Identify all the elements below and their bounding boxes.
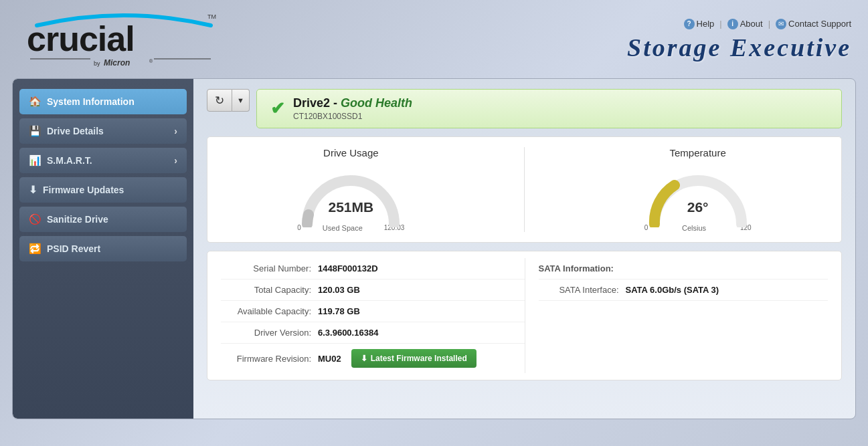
svg-text:Micron: Micron xyxy=(104,58,130,68)
sanitize-drive-label: Sanitize Drive xyxy=(47,214,108,225)
firmware-btn-label: Latest Firmware Installed xyxy=(371,354,467,363)
header-right: ? Help | i About | ✉ Contact Support Sto… xyxy=(627,19,851,62)
drive-usage-title: Drive Usage xyxy=(323,147,379,158)
gauge-divider xyxy=(524,147,525,232)
temperature-svg xyxy=(644,164,752,227)
svg-text:by: by xyxy=(94,60,100,67)
sidebar-item-psid-revert[interactable]: 🔁 PSID Revert xyxy=(19,236,187,261)
svg-text:crucial: crucial xyxy=(27,19,135,58)
firmware-download-icon: ⬇ xyxy=(361,354,367,363)
smart-label: S.M.A.R.T. xyxy=(47,155,92,166)
help-label: Help xyxy=(697,19,715,29)
drive-name: Drive2 - Good Health xyxy=(293,96,412,110)
temperature-title: Temperature xyxy=(670,147,726,158)
main-container: 🏠 System Information 💾 Drive Details › 📊… xyxy=(12,78,856,419)
svg-text:TM: TM xyxy=(207,13,216,20)
chart-icon: 📊 xyxy=(29,154,41,166)
contact-icon: ✉ xyxy=(776,19,786,29)
drive-dropdown-button[interactable]: ▼ xyxy=(232,89,250,112)
driver-version-label: Driver Version: xyxy=(221,328,318,338)
about-label: About xyxy=(740,19,763,29)
header: TM crucial by Micron ® ? Help | i About … xyxy=(0,0,868,78)
latest-firmware-button[interactable]: ⬇ Latest Firmware Installed xyxy=(351,349,476,368)
details-section: Serial Number: 1448F000132D Total Capaci… xyxy=(207,251,842,380)
drive-icon: 💾 xyxy=(29,125,41,137)
header-nav: ? Help | i About | ✉ Contact Support xyxy=(684,19,851,29)
serial-number-value: 1448F000132D xyxy=(318,263,378,273)
driver-version-value: 6.3.9600.16384 xyxy=(318,328,378,338)
help-circle-icon: ? xyxy=(684,19,695,29)
drive-usage-gauge: Drive Usage 251MB 0 Used Space 120. xyxy=(257,147,444,232)
nav-sep1: | xyxy=(719,19,721,29)
about-link[interactable]: i About xyxy=(727,19,763,29)
sidebar-item-firmware-updates[interactable]: ⬇ Firmware Updates xyxy=(19,177,187,203)
download-icon: ⬇ xyxy=(29,184,37,196)
psid-revert-label: PSID Revert xyxy=(47,243,100,254)
sanitize-icon: 🚫 xyxy=(29,213,41,225)
avail-capacity-row: Available Capacity: 119.78 GB xyxy=(221,301,525,322)
sidebar-item-drive-details[interactable]: 💾 Drive Details › xyxy=(19,118,187,144)
total-capacity-label: Total Capacity: xyxy=(221,285,318,295)
details-grid: Serial Number: 1448F000132D Total Capaci… xyxy=(221,258,828,373)
gauges-section: Drive Usage 251MB 0 Used Space 120. xyxy=(207,136,842,243)
refresh-button[interactable]: ↻ xyxy=(207,89,232,112)
sata-interface-label: SATA Interface: xyxy=(539,285,626,295)
drive-model: CT120BX100SSD1 xyxy=(293,112,412,121)
serial-number-row: Serial Number: 1448F000132D xyxy=(221,258,525,280)
about-info-icon: i xyxy=(727,19,738,29)
sata-interface-row: SATA Interface: SATA 6.0Gb/s (SATA 3) xyxy=(539,280,829,301)
serial-number-label: Serial Number: xyxy=(221,263,318,273)
firmware-updates-label: Firmware Updates xyxy=(43,185,124,195)
logo-area: TM crucial by Micron ® xyxy=(17,5,218,75)
home-icon: 🏠 xyxy=(29,96,41,108)
crucial-logo: TM crucial by Micron ® xyxy=(17,5,218,72)
system-information-label: System Information xyxy=(47,96,135,107)
temperature-gauge: Temperature 26° 0 Celsius 120 xyxy=(604,147,792,232)
details-right: SATA Information: SATA Interface: SATA 6… xyxy=(525,258,829,373)
avail-capacity-label: Available Capacity: xyxy=(221,306,318,316)
drive-usage-svg xyxy=(297,164,404,227)
total-capacity-value: 120.03 GB xyxy=(318,285,360,295)
help-link[interactable]: ? Help xyxy=(684,19,715,29)
firmware-revision-row: Firmware Revision: MU02 ⬇ Latest Firmwar… xyxy=(221,344,525,373)
sidebar: 🏠 System Information 💾 Drive Details › 📊… xyxy=(13,79,193,419)
nav-sep2: | xyxy=(768,19,770,29)
sidebar-item-sanitize-drive[interactable]: 🚫 Sanitize Drive xyxy=(19,207,187,232)
firmware-revision-value: MU02 xyxy=(318,354,341,364)
sata-interface-value: SATA 6.0Gb/s (SATA 3) xyxy=(626,285,719,295)
firmware-revision-label: Firmware Revision: xyxy=(221,354,318,364)
drive-details-label: Drive Details xyxy=(47,126,104,136)
contact-label: Contact Support xyxy=(788,19,851,29)
sata-info-row: SATA Information: xyxy=(539,258,829,280)
contact-link[interactable]: ✉ Contact Support xyxy=(776,19,851,29)
details-left: Serial Number: 1448F000132D Total Capaci… xyxy=(221,258,525,373)
total-capacity-row: Total Capacity: 120.03 GB xyxy=(221,280,525,301)
sidebar-item-system-information[interactable]: 🏠 System Information xyxy=(19,89,187,114)
app-title: Storage Executive xyxy=(627,33,851,62)
sidebar-item-smart[interactable]: 📊 S.M.A.R.T. › xyxy=(19,148,187,173)
svg-text:®: ® xyxy=(149,59,153,64)
driver-version-row: Driver Version: 6.3.9600.16384 xyxy=(221,322,525,344)
drive-usage-value: 251MB xyxy=(328,199,373,215)
health-check-icon: ✔ xyxy=(270,98,285,119)
smart-arrow-icon: › xyxy=(174,155,177,166)
content-area: ↻ ▼ ✔ Drive2 - Good Health CT120BX100SSD… xyxy=(193,79,855,419)
drive-selector-row: ↻ ▼ ✔ Drive2 - Good Health CT120BX100SSD… xyxy=(207,89,842,128)
revert-icon: 🔁 xyxy=(29,243,41,255)
drive-details-arrow-icon: › xyxy=(174,126,177,136)
sata-info-label: SATA Information: xyxy=(539,263,639,273)
drive-health-banner: ✔ Drive2 - Good Health CT120BX100SSD1 xyxy=(256,89,842,128)
avail-capacity-value: 119.78 GB xyxy=(318,306,360,316)
temperature-value: 26° xyxy=(687,199,709,215)
